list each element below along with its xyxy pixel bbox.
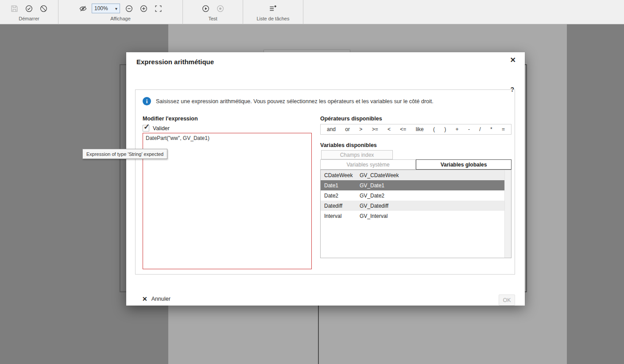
info-icon: i: [143, 97, 151, 105]
zoom-out-button[interactable]: [123, 3, 135, 14]
variable-name: Date2: [324, 193, 360, 199]
operator-item[interactable]: +: [456, 126, 459, 132]
hide-annotations-button[interactable]: [77, 3, 89, 14]
zoom-level-select[interactable]: 100% ▾: [92, 4, 120, 13]
fit-view-icon: [154, 4, 163, 13]
dialog-title: Expression arithmétique: [136, 58, 214, 66]
scrollbar[interactable]: [504, 170, 511, 258]
operator-item[interactable]: >: [359, 126, 362, 132]
toolbar-group-label: Démarrer: [19, 16, 39, 21]
tab-champs-index[interactable]: Champs index: [321, 150, 393, 159]
toolbar-group-label: Test: [208, 16, 217, 21]
variable-name: Interval: [324, 213, 360, 219]
operator-item[interactable]: =: [502, 126, 505, 132]
variable-row[interactable]: Interval GV_Interval: [321, 211, 504, 221]
task-list-icon: [269, 4, 277, 13]
cancel-dialog-button[interactable]: ✕ Annuler: [142, 295, 171, 302]
variable-row[interactable]: Date2 GV_Date2: [321, 190, 504, 201]
toolbar-group-label: Affichage: [110, 16, 131, 21]
variable-value: GV_Interval: [360, 213, 388, 219]
record-icon: [216, 4, 225, 13]
operators-label: Opérateurs disponibles: [320, 116, 382, 122]
cancel-label: Annuler: [151, 296, 171, 302]
plus-circle-icon: [140, 4, 148, 13]
toolbar-group-task-list: Liste de tâches: [243, 0, 303, 24]
variable-value: GV_Date1: [360, 182, 384, 189]
cancel-button[interactable]: [38, 3, 50, 14]
eye-off-icon: [79, 4, 87, 13]
minus-circle-icon: [125, 4, 133, 13]
close-icon[interactable]: ✕: [510, 57, 516, 64]
toolbar-group-label: Liste de tâches: [257, 16, 290, 21]
cancel-x-icon: ✕: [142, 295, 147, 302]
toolbar-separator: [303, 0, 303, 24]
operator-item[interactable]: >=: [372, 126, 378, 132]
variable-name: Date1: [324, 182, 360, 189]
run-test-button[interactable]: [200, 3, 211, 14]
save-button[interactable]: [9, 3, 20, 14]
variables-list: CDateWeek GV_CDateWeek Date1 GV_Date1 Da…: [320, 170, 512, 258]
expression-label: Modifier l'expression: [143, 116, 198, 122]
expression-dialog: Expression arithmétique ✕ ? i Saisissez …: [126, 52, 525, 306]
variable-row[interactable]: CDateWeek GV_CDateWeek: [321, 170, 504, 180]
chevron-down-icon: ▾: [115, 6, 117, 11]
slash-circle-icon: [39, 4, 48, 13]
operator-item[interactable]: <: [388, 126, 391, 132]
operator-item[interactable]: /: [479, 126, 481, 132]
variable-value: GV_CDateWeek: [360, 172, 399, 178]
validate-checkbox-label: Valider: [153, 125, 170, 132]
task-list-button[interactable]: [267, 3, 279, 14]
operators-bar: and or > >= < <= like ( ) + - / * =: [320, 124, 512, 135]
toolbar-group-demarrer: Démarrer: [0, 0, 58, 24]
operator-item[interactable]: <=: [400, 126, 406, 132]
validation-tooltip: Expression of type 'String' expected: [82, 149, 167, 159]
operator-item[interactable]: or: [345, 126, 350, 132]
variable-name: CDateWeek: [324, 172, 360, 178]
check-icon: ✓: [143, 122, 150, 132]
tab-variables-systeme[interactable]: Variables système: [320, 159, 416, 170]
validate-checkbox-row[interactable]: ✓ Valider: [143, 125, 170, 132]
operator-item[interactable]: and: [327, 126, 336, 132]
toolbar: Démarrer 100% ▾: [0, 0, 624, 24]
workflow-connector-line: [318, 306, 319, 364]
record-button[interactable]: [214, 3, 226, 14]
operator-item[interactable]: -: [468, 126, 470, 132]
variable-value: GV_Date2: [360, 193, 384, 199]
variable-row-selected[interactable]: Date1 GV_Date1: [321, 180, 504, 190]
validate-checkbox[interactable]: ✓: [143, 125, 149, 132]
expression-input[interactable]: DatePart("ww", GV_Date1): [143, 133, 312, 269]
tab-variables-globales[interactable]: Variables globales: [416, 159, 512, 170]
zoom-level-value: 100%: [94, 5, 108, 12]
zoom-in-button[interactable]: [138, 3, 149, 14]
ok-button[interactable]: OK: [499, 294, 515, 306]
variables-label: Variables disponibles: [320, 142, 377, 148]
info-text: Saisissez une expression arithmétique. V…: [156, 98, 434, 105]
operator-item[interactable]: like: [416, 126, 424, 132]
toolbar-group-test: Test: [183, 0, 243, 24]
variable-value: GV_Datediff: [360, 203, 388, 209]
operator-item[interactable]: ): [444, 126, 446, 132]
save-icon: [10, 4, 19, 13]
check-circle-icon: [25, 4, 33, 13]
operator-item[interactable]: *: [490, 126, 492, 132]
toolbar-group-affichage: 100% ▾ Affichage: [58, 0, 182, 24]
validate-button[interactable]: [23, 3, 35, 14]
play-icon: [202, 4, 210, 13]
fit-to-view-button[interactable]: [152, 3, 164, 14]
dialog-content-panel: i Saisissez une expression arithmétique.…: [135, 89, 515, 275]
variable-name: Datediff: [324, 203, 360, 209]
operator-item[interactable]: (: [433, 126, 435, 132]
variable-row[interactable]: Datediff GV_Datediff: [321, 201, 504, 211]
